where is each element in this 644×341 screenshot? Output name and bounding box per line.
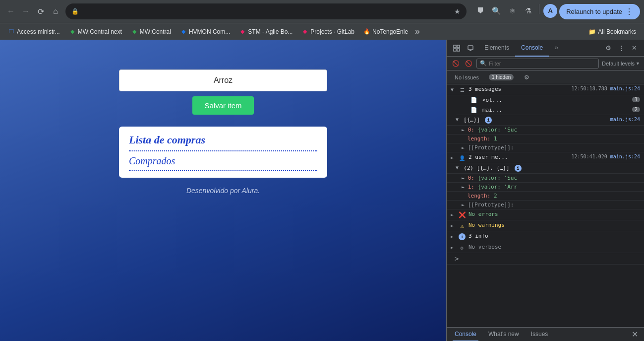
bookmark-access[interactable]: ❐ Access ministr... <box>4 26 64 37</box>
chevron-down-icon: ▼ <box>636 61 640 66</box>
list-subtitle: Comprados <box>129 155 317 171</box>
collapse-array-2-icon[interactable]: ▼ <box>456 165 459 170</box>
filter-icon[interactable]: 🚫 <box>464 59 473 68</box>
star-icon[interactable]: ★ <box>454 7 461 15</box>
log-row-no-errors[interactable]: ► ❌ No errors <box>447 209 644 220</box>
address-bar[interactable]: 🔒 127.0.0.1:5500/index.html ★ <box>65 3 467 19</box>
log-row-messages[interactable]: ▼ ☰ 3 messages 12:50:18.788 main.js:24 <box>447 84 644 95</box>
expand-proto-icon[interactable]: ► <box>462 145 465 150</box>
clear-console-icon[interactable]: 🚫 <box>451 59 461 68</box>
devtools-more-icon[interactable]: ⋮ <box>615 42 627 54</box>
bookmark-label-stm: STM - Agile Bo... <box>248 28 293 35</box>
expand-arr2-prop1-icon[interactable]: ► <box>462 184 465 190</box>
relaunch-menu-icon: ⋮ <box>625 7 633 16</box>
hidden-count: 1 hidden <box>489 74 514 80</box>
extensions-icon[interactable]: ⛊ <box>473 4 487 18</box>
log-row-user-messages[interactable]: ► 👤 2 user me... 12:50:41.020 main.js:24 <box>447 152 644 163</box>
array-1-length: length: 1 <box>447 135 644 143</box>
no-verbose-label: No verbose <box>468 244 640 250</box>
log-row-file-2[interactable]: 📄 mai... 2 <box>457 105 644 115</box>
filter-input[interactable] <box>489 61 595 67</box>
source-messages[interactable]: main.js:24 <box>610 86 640 91</box>
timestamp-user-messages: 12:50:41.020 <box>572 154 607 159</box>
item-input[interactable] <box>119 69 327 91</box>
no-warnings-icon: ⚠ <box>459 222 466 229</box>
bookmark-label-mwcn: MW:Central next <box>78 28 122 35</box>
tab-search-icon[interactable]: 🔍 <box>489 4 503 18</box>
log-row-info[interactable]: ► i 3 info <box>447 231 644 242</box>
console-secondary-toolbar: 🚫 🚫 🔍 Default levels ▼ <box>447 57 644 70</box>
devtools-close-icon[interactable]: ✕ <box>628 42 640 54</box>
reload-button[interactable]: ⟳ <box>34 4 48 18</box>
tab-more[interactable]: » <box>549 40 564 57</box>
bookmark-hvmon[interactable]: ◆ HVMON Com... <box>176 26 234 37</box>
no-issues-tab[interactable]: No Issues <box>453 74 481 80</box>
relaunch-label: Relaunch to update <box>566 8 622 15</box>
expand-arr2-prop0-icon[interactable]: ► <box>462 175 465 181</box>
address-input[interactable]: 127.0.0.1:5500/index.html <box>83 8 450 15</box>
webpage-content: Salvar item Lista de compras Comprados D… <box>0 40 446 341</box>
device-toolbar-icon[interactable] <box>465 42 476 54</box>
devtools-bottom-close-icon[interactable]: ✕ <box>632 330 638 339</box>
log-row-array-2[interactable]: ▼ (2) [{…}, {…}] i <box>447 163 644 174</box>
issues-bar: No Issues 1 hidden ⚙ <box>447 70 644 84</box>
bookmark-mwcentral[interactable]: ◆ MW:Central <box>127 26 175 37</box>
default-levels-label[interactable]: Default levels ▼ <box>602 61 640 67</box>
source-array-1[interactable]: main.js:24 <box>610 117 640 122</box>
expand-no-verbose-icon[interactable]: ► <box>451 245 456 250</box>
relaunch-button[interactable]: Relaunch to update ⋮ <box>559 4 640 19</box>
home-button[interactable]: ⌂ <box>49 4 62 18</box>
bottom-tab-console[interactable]: Console <box>453 328 478 341</box>
messages-count-label: 3 messages <box>468 86 569 92</box>
bottom-tab-whats-new[interactable]: What's new <box>486 328 521 341</box>
salvar-button[interactable]: Salvar item <box>192 96 253 115</box>
log-row-no-verbose[interactable]: ► ⚙ No verbose <box>447 242 644 253</box>
back-button[interactable]: ← <box>4 4 18 18</box>
array-2-prop-1: ► 1: {valor: 'Arr <box>447 183 644 192</box>
expand-no-warnings-icon[interactable]: ► <box>451 223 456 228</box>
nav-buttons: ← → ⟳ ⌂ <box>4 4 62 18</box>
file-icon-2: 📄 <box>470 107 477 113</box>
expand-arr2-proto-icon[interactable]: ► <box>462 202 465 207</box>
array-label-2: (2) [{…}, {…}] <box>464 165 510 171</box>
puzzle-icon[interactable]: ⚛ <box>505 4 519 18</box>
issues-settings-icon[interactable]: ⚙ <box>522 72 531 82</box>
tab-console[interactable]: Console <box>515 40 549 57</box>
expand-no-errors-icon[interactable]: ► <box>451 212 456 217</box>
inspect-element-icon[interactable] <box>451 42 463 54</box>
collapse-array-1-icon[interactable]: ▼ <box>456 117 459 122</box>
bookmark-mwcentral-next[interactable]: ◆ MW:Central next <box>65 26 126 37</box>
filter-bar[interactable]: 🔍 <box>476 59 599 68</box>
source-user-messages[interactable]: main.js:24 <box>610 154 640 159</box>
bookmark-icon-notengo: 🔥 <box>363 28 370 35</box>
log-row-array-1[interactable]: ▼ [{…}] i main.js:24 <box>447 115 644 126</box>
bookmark-label-access: Access ministr... <box>17 28 60 35</box>
no-errors-icon: ❌ <box>459 211 466 218</box>
log-row-file-1[interactable]: 📄 <ot... 1 <box>457 95 644 105</box>
no-verbose-icon: ⚙ <box>459 244 466 251</box>
profile-button[interactable]: A <box>543 4 557 18</box>
devtools-settings-icon[interactable]: ⚙ <box>602 42 614 54</box>
expand-messages-icon[interactable]: ▼ <box>451 87 456 92</box>
tab-elements[interactable]: Elements <box>478 40 515 57</box>
console-log[interactable]: ▼ ☰ 3 messages 12:50:18.788 main.js:24 📄… <box>447 84 644 327</box>
labs-icon[interactable]: ⚗ <box>521 4 535 18</box>
more-bookmarks-button[interactable]: » <box>413 26 422 37</box>
expand-user-messages-icon[interactable]: ► <box>451 155 456 160</box>
bookmark-notengo[interactable]: 🔥 NoTengoEnie <box>359 26 412 37</box>
bookmark-icon-access: ❐ <box>8 28 15 35</box>
expand-prop-0-icon[interactable]: ► <box>462 127 465 133</box>
bookmark-label-mwc: MW:Central <box>140 28 171 35</box>
chevron-right-icon[interactable]: > <box>455 255 459 263</box>
bookmark-gitlab[interactable]: ◆ Projects · GitLab <box>297 26 358 37</box>
all-bookmarks-folder[interactable]: 📁 All Bookmarks <box>585 26 640 37</box>
bottom-tab-issues[interactable]: Issues <box>529 328 550 341</box>
log-row-chevron[interactable]: > <box>447 253 644 265</box>
log-row-no-warnings[interactable]: ► ⚠ No warnings <box>447 220 644 231</box>
bookmark-stm[interactable]: ◆ STM - Agile Bo... <box>235 26 296 37</box>
bookmark-label-gitlab: Projects · GitLab <box>310 28 354 35</box>
devtools-tabs: Elements Console » <box>478 40 600 57</box>
file-label-1: <ot... <box>482 97 627 103</box>
forward-button[interactable]: → <box>19 4 33 18</box>
expand-info-icon[interactable]: ► <box>451 234 456 239</box>
